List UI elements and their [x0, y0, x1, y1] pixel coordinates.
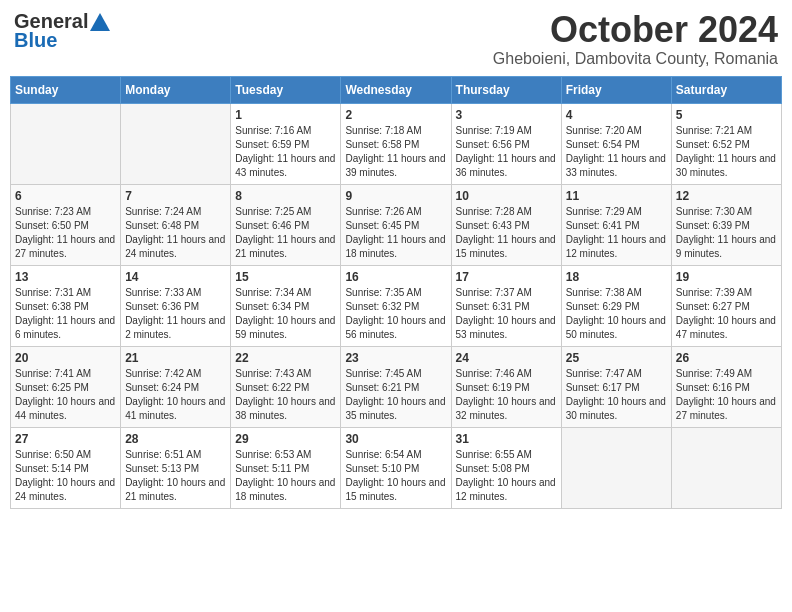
day-info: Sunrise: 7:46 AM Sunset: 6:19 PM Dayligh…	[456, 367, 557, 423]
calendar-cell: 12Sunrise: 7:30 AM Sunset: 6:39 PM Dayli…	[671, 184, 781, 265]
day-info: Sunrise: 6:50 AM Sunset: 5:14 PM Dayligh…	[15, 448, 116, 504]
page-subtitle: Gheboieni, Dambovita County, Romania	[493, 50, 778, 68]
day-info: Sunrise: 7:18 AM Sunset: 6:58 PM Dayligh…	[345, 124, 446, 180]
calendar-cell: 6Sunrise: 7:23 AM Sunset: 6:50 PM Daylig…	[11, 184, 121, 265]
calendar-cell: 20Sunrise: 7:41 AM Sunset: 6:25 PM Dayli…	[11, 346, 121, 427]
calendar-week-5: 27Sunrise: 6:50 AM Sunset: 5:14 PM Dayli…	[11, 427, 782, 508]
logo-icon	[88, 11, 110, 33]
day-info: Sunrise: 7:29 AM Sunset: 6:41 PM Dayligh…	[566, 205, 667, 261]
page-header: General Blue October 2024 Gheboieni, Dam…	[10, 10, 782, 68]
day-number: 16	[345, 270, 446, 284]
day-number: 25	[566, 351, 667, 365]
day-number: 31	[456, 432, 557, 446]
day-info: Sunrise: 7:45 AM Sunset: 6:21 PM Dayligh…	[345, 367, 446, 423]
calendar-cell	[561, 427, 671, 508]
day-number: 14	[125, 270, 226, 284]
day-number: 26	[676, 351, 777, 365]
day-info: Sunrise: 7:49 AM Sunset: 6:16 PM Dayligh…	[676, 367, 777, 423]
day-number: 12	[676, 189, 777, 203]
day-info: Sunrise: 7:47 AM Sunset: 6:17 PM Dayligh…	[566, 367, 667, 423]
day-number: 23	[345, 351, 446, 365]
calendar-table: SundayMondayTuesdayWednesdayThursdayFrid…	[10, 76, 782, 509]
day-number: 24	[456, 351, 557, 365]
day-info: Sunrise: 7:24 AM Sunset: 6:48 PM Dayligh…	[125, 205, 226, 261]
calendar-week-4: 20Sunrise: 7:41 AM Sunset: 6:25 PM Dayli…	[11, 346, 782, 427]
day-info: Sunrise: 7:34 AM Sunset: 6:34 PM Dayligh…	[235, 286, 336, 342]
day-number: 17	[456, 270, 557, 284]
day-number: 11	[566, 189, 667, 203]
day-number: 5	[676, 108, 777, 122]
title-block: October 2024 Gheboieni, Dambovita County…	[493, 10, 778, 68]
weekday-header-thursday: Thursday	[451, 76, 561, 103]
calendar-cell: 17Sunrise: 7:37 AM Sunset: 6:31 PM Dayli…	[451, 265, 561, 346]
calendar-week-1: 1Sunrise: 7:16 AM Sunset: 6:59 PM Daylig…	[11, 103, 782, 184]
day-info: Sunrise: 6:51 AM Sunset: 5:13 PM Dayligh…	[125, 448, 226, 504]
day-number: 28	[125, 432, 226, 446]
calendar-cell	[671, 427, 781, 508]
weekday-header-friday: Friday	[561, 76, 671, 103]
day-number: 4	[566, 108, 667, 122]
calendar-cell: 30Sunrise: 6:54 AM Sunset: 5:10 PM Dayli…	[341, 427, 451, 508]
calendar-week-3: 13Sunrise: 7:31 AM Sunset: 6:38 PM Dayli…	[11, 265, 782, 346]
calendar-cell: 29Sunrise: 6:53 AM Sunset: 5:11 PM Dayli…	[231, 427, 341, 508]
day-info: Sunrise: 7:35 AM Sunset: 6:32 PM Dayligh…	[345, 286, 446, 342]
weekday-header-sunday: Sunday	[11, 76, 121, 103]
calendar-cell: 2Sunrise: 7:18 AM Sunset: 6:58 PM Daylig…	[341, 103, 451, 184]
day-info: Sunrise: 6:55 AM Sunset: 5:08 PM Dayligh…	[456, 448, 557, 504]
page-title: October 2024	[493, 10, 778, 50]
day-info: Sunrise: 7:41 AM Sunset: 6:25 PM Dayligh…	[15, 367, 116, 423]
calendar-cell: 25Sunrise: 7:47 AM Sunset: 6:17 PM Dayli…	[561, 346, 671, 427]
calendar-cell: 26Sunrise: 7:49 AM Sunset: 6:16 PM Dayli…	[671, 346, 781, 427]
day-number: 7	[125, 189, 226, 203]
day-info: Sunrise: 7:30 AM Sunset: 6:39 PM Dayligh…	[676, 205, 777, 261]
weekday-header-monday: Monday	[121, 76, 231, 103]
day-number: 20	[15, 351, 116, 365]
calendar-cell: 9Sunrise: 7:26 AM Sunset: 6:45 PM Daylig…	[341, 184, 451, 265]
weekday-header-saturday: Saturday	[671, 76, 781, 103]
calendar-cell: 1Sunrise: 7:16 AM Sunset: 6:59 PM Daylig…	[231, 103, 341, 184]
day-info: Sunrise: 6:54 AM Sunset: 5:10 PM Dayligh…	[345, 448, 446, 504]
day-number: 8	[235, 189, 336, 203]
calendar-cell: 8Sunrise: 7:25 AM Sunset: 6:46 PM Daylig…	[231, 184, 341, 265]
day-info: Sunrise: 7:28 AM Sunset: 6:43 PM Dayligh…	[456, 205, 557, 261]
day-info: Sunrise: 7:16 AM Sunset: 6:59 PM Dayligh…	[235, 124, 336, 180]
day-number: 21	[125, 351, 226, 365]
calendar-cell: 31Sunrise: 6:55 AM Sunset: 5:08 PM Dayli…	[451, 427, 561, 508]
weekday-header-tuesday: Tuesday	[231, 76, 341, 103]
calendar-cell	[121, 103, 231, 184]
day-info: Sunrise: 7:26 AM Sunset: 6:45 PM Dayligh…	[345, 205, 446, 261]
calendar-cell: 27Sunrise: 6:50 AM Sunset: 5:14 PM Dayli…	[11, 427, 121, 508]
day-info: Sunrise: 7:37 AM Sunset: 6:31 PM Dayligh…	[456, 286, 557, 342]
calendar-cell: 15Sunrise: 7:34 AM Sunset: 6:34 PM Dayli…	[231, 265, 341, 346]
day-info: Sunrise: 7:19 AM Sunset: 6:56 PM Dayligh…	[456, 124, 557, 180]
day-info: Sunrise: 7:39 AM Sunset: 6:27 PM Dayligh…	[676, 286, 777, 342]
day-info: Sunrise: 7:25 AM Sunset: 6:46 PM Dayligh…	[235, 205, 336, 261]
day-info: Sunrise: 7:33 AM Sunset: 6:36 PM Dayligh…	[125, 286, 226, 342]
day-info: Sunrise: 7:38 AM Sunset: 6:29 PM Dayligh…	[566, 286, 667, 342]
day-number: 30	[345, 432, 446, 446]
calendar-cell: 14Sunrise: 7:33 AM Sunset: 6:36 PM Dayli…	[121, 265, 231, 346]
day-number: 15	[235, 270, 336, 284]
calendar-cell	[11, 103, 121, 184]
day-info: Sunrise: 7:42 AM Sunset: 6:24 PM Dayligh…	[125, 367, 226, 423]
day-number: 22	[235, 351, 336, 365]
logo: General Blue	[14, 10, 110, 52]
weekday-header-row: SundayMondayTuesdayWednesdayThursdayFrid…	[11, 76, 782, 103]
day-info: Sunrise: 7:20 AM Sunset: 6:54 PM Dayligh…	[566, 124, 667, 180]
day-number: 27	[15, 432, 116, 446]
calendar-cell: 18Sunrise: 7:38 AM Sunset: 6:29 PM Dayli…	[561, 265, 671, 346]
calendar-cell: 28Sunrise: 6:51 AM Sunset: 5:13 PM Dayli…	[121, 427, 231, 508]
calendar-cell: 24Sunrise: 7:46 AM Sunset: 6:19 PM Dayli…	[451, 346, 561, 427]
weekday-header-wednesday: Wednesday	[341, 76, 451, 103]
day-info: Sunrise: 7:31 AM Sunset: 6:38 PM Dayligh…	[15, 286, 116, 342]
day-number: 19	[676, 270, 777, 284]
calendar-cell: 19Sunrise: 7:39 AM Sunset: 6:27 PM Dayli…	[671, 265, 781, 346]
calendar-cell: 10Sunrise: 7:28 AM Sunset: 6:43 PM Dayli…	[451, 184, 561, 265]
calendar-cell: 21Sunrise: 7:42 AM Sunset: 6:24 PM Dayli…	[121, 346, 231, 427]
day-number: 13	[15, 270, 116, 284]
day-number: 10	[456, 189, 557, 203]
day-info: Sunrise: 7:21 AM Sunset: 6:52 PM Dayligh…	[676, 124, 777, 180]
calendar-cell: 16Sunrise: 7:35 AM Sunset: 6:32 PM Dayli…	[341, 265, 451, 346]
calendar-cell: 13Sunrise: 7:31 AM Sunset: 6:38 PM Dayli…	[11, 265, 121, 346]
calendar-cell: 11Sunrise: 7:29 AM Sunset: 6:41 PM Dayli…	[561, 184, 671, 265]
